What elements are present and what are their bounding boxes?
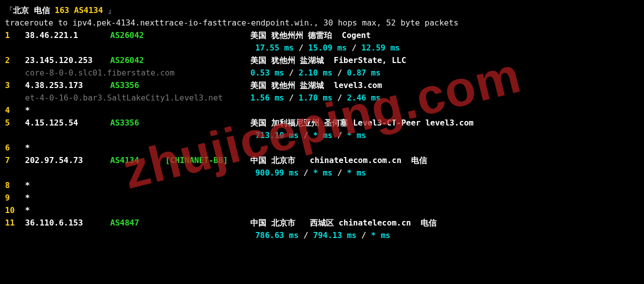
hop-rtts: 900.99 ms / * ms / * ms bbox=[250, 166, 639, 179]
hop-row: 8* bbox=[5, 179, 639, 192]
rtt-value: * ms bbox=[313, 168, 333, 178]
rtt-value: 1.70 ms bbox=[298, 93, 332, 102]
hop-number: 7 bbox=[5, 154, 25, 166]
hop-ip: 36.110.6.153 bbox=[25, 216, 110, 229]
hop-asn: AS4134 bbox=[110, 154, 165, 166]
hop-number: 6 bbox=[5, 142, 25, 154]
rtt-value: 2.46 ms bbox=[347, 93, 381, 102]
hop-row: 10* bbox=[5, 204, 639, 216]
hop-row: 138.46.221.1AS26042美国 犹他州州 德雷珀 Cogent bbox=[5, 29, 639, 42]
hop-ip: * bbox=[25, 179, 110, 192]
hop-number: 5 bbox=[5, 116, 25, 129]
hop-number: 8 bbox=[5, 179, 25, 192]
hop-subrow: 17.55 ms / 15.09 ms / 12.59 ms bbox=[5, 42, 639, 54]
hop-location: 美国 犹他州 盐湖城 level3.com bbox=[250, 79, 639, 92]
hop-rtts: 713.10 ms / * ms / * ms bbox=[250, 129, 639, 142]
hop-row: 1136.110.6.153AS4847中国 北京市 西城区 chinatele… bbox=[5, 216, 639, 229]
rtt-value: 713.10 ms bbox=[255, 130, 299, 140]
hop-number: 9 bbox=[5, 192, 25, 204]
hop-ip: * bbox=[25, 142, 110, 154]
hop-ip: 4.15.125.54 bbox=[25, 116, 110, 129]
hop-location: 中国 北京市 西城区 chinatelecom.cn 电信 bbox=[250, 216, 639, 229]
hop-ip: * bbox=[25, 104, 110, 116]
hop-row: 7202.97.54.73AS4134[CHINANET-BB]中国 北京市 c… bbox=[5, 154, 639, 166]
rtt-value: 0.87 ms bbox=[347, 68, 381, 78]
hop-asn: AS26042 bbox=[110, 29, 165, 42]
rtt-value: 12.59 ms bbox=[362, 43, 400, 52]
hop-location: 中国 北京市 chinatelecom.com.cn 电信 bbox=[250, 154, 639, 166]
hop-ip: * bbox=[25, 192, 110, 204]
rtt-value: * ms bbox=[347, 168, 367, 178]
hops-list: 138.46.221.1AS26042美国 犹他州州 德雷珀 Cogent 17… bbox=[5, 29, 639, 242]
rtt-value: 2.10 ms bbox=[298, 68, 332, 78]
hop-asn: AS4847 bbox=[110, 216, 165, 229]
rtt-value: 17.55 ms bbox=[255, 43, 294, 52]
hop-rtts: 0.53 ms / 2.10 ms / 0.87 ms bbox=[250, 66, 639, 79]
hop-number: 11 bbox=[5, 216, 25, 229]
rtt-value: * ms bbox=[371, 230, 391, 240]
hop-number: 1 bbox=[5, 29, 25, 42]
trace-header: 『北京 电信 163 AS4134 』 bbox=[5, 4, 639, 16]
hop-subrow: 900.99 ms / * ms / * ms bbox=[5, 166, 639, 179]
rtt-value: 900.99 ms bbox=[255, 168, 299, 178]
hop-row: 9* bbox=[5, 192, 639, 204]
hop-rtts: 17.55 ms / 15.09 ms / 12.59 ms bbox=[250, 42, 639, 54]
hop-rtts: 1.56 ms / 1.70 ms / 2.46 ms bbox=[250, 92, 639, 104]
hop-location: 美国 犹他州 盐湖城 FiberState, LLC bbox=[250, 54, 639, 66]
hop-number: 10 bbox=[5, 204, 25, 216]
hop-ip: 23.145.120.253 bbox=[25, 54, 110, 66]
hop-row: 34.38.253.173AS3356美国 犹他州 盐湖城 level3.com bbox=[5, 79, 639, 92]
rtt-value: 15.09 ms bbox=[308, 43, 347, 52]
hop-subrow: 786.63 ms / 794.13 ms / * ms bbox=[5, 229, 639, 242]
rtt-value: 0.53 ms bbox=[250, 68, 284, 78]
hop-number: 3 bbox=[5, 79, 25, 92]
hop-hostname: core-8-0-0.slc01.fiberstate.com bbox=[25, 66, 250, 79]
hop-tag: [CHINANET-BB] bbox=[165, 154, 250, 166]
hop-number: 2 bbox=[5, 54, 25, 66]
hop-rtts: 786.63 ms / 794.13 ms / * ms bbox=[250, 229, 639, 242]
rtt-value: * ms bbox=[313, 130, 333, 140]
hop-row: 6* bbox=[5, 142, 639, 154]
rtt-value: 786.63 ms bbox=[255, 230, 299, 240]
hop-asn: AS26042 bbox=[110, 54, 165, 66]
hop-ip: * bbox=[25, 204, 110, 216]
hop-subrow: core-8-0-0.slc01.fiberstate.com0.53 ms /… bbox=[5, 66, 639, 79]
hop-asn: AS3356 bbox=[110, 116, 165, 129]
trace-command: traceroute to ipv4.pek-4134.nexttrace-io… bbox=[5, 16, 639, 29]
hop-asn: AS3356 bbox=[110, 79, 165, 92]
rtt-value: * ms bbox=[347, 130, 367, 140]
hop-ip: 4.38.253.173 bbox=[25, 79, 110, 92]
hop-hostname: et-4-0-16-0.bar3.SaltLakeCity1.Level3.ne… bbox=[25, 92, 250, 104]
hop-row: 223.145.120.253AS26042美国 犹他州 盐湖城 FiberSt… bbox=[5, 54, 639, 66]
hop-row: 4* bbox=[5, 104, 639, 116]
hop-subrow: 713.10 ms / * ms / * ms bbox=[5, 129, 639, 142]
hop-subrow: et-4-0-16-0.bar3.SaltLakeCity1.Level3.ne… bbox=[5, 92, 639, 104]
hop-ip: 202.97.54.73 bbox=[25, 154, 110, 166]
hop-number: 4 bbox=[5, 104, 25, 116]
hop-row: 54.15.125.54AS3356美国 加利福尼亚州 圣何塞 Level3-C… bbox=[5, 116, 639, 129]
rtt-value: 794.13 ms bbox=[313, 230, 357, 240]
hop-ip: 38.46.221.1 bbox=[25, 29, 110, 42]
rtt-value: 1.56 ms bbox=[250, 93, 284, 102]
hop-location: 美国 犹他州州 德雷珀 Cogent bbox=[250, 29, 639, 42]
hop-location: 美国 加利福尼亚州 圣何塞 Level3-CT-Peer level3.com bbox=[250, 116, 639, 129]
